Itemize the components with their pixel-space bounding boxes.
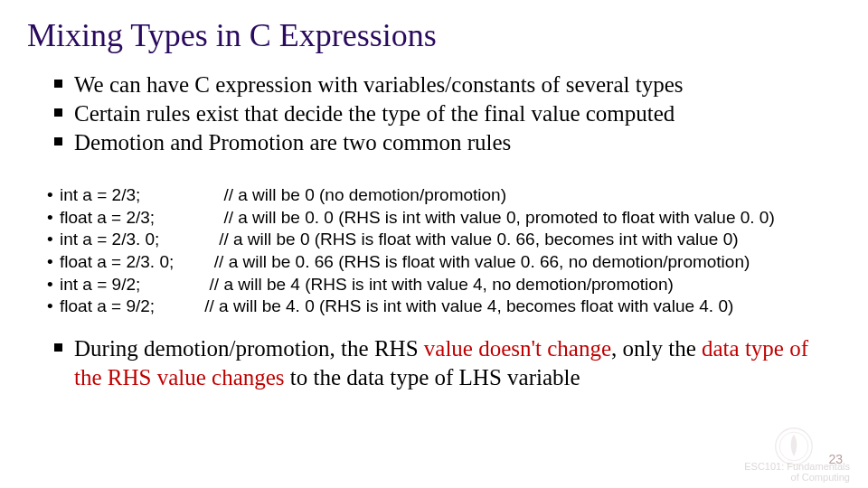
example-item: float a = 9/2; // a will be 4. 0 (RHS is… — [47, 296, 841, 318]
example-comment: // a will be 0. 0 (RHS is int with value… — [204, 208, 774, 227]
note-emphasis: value doesn't change — [424, 336, 611, 361]
example-item: int a = 2/3. 0; // a will be 0 (RHS is f… — [47, 229, 841, 251]
example-item: int a = 9/2; // a will be 4 (RHS is int … — [47, 274, 841, 296]
example-item: float a = 2/3. 0; // a will be 0. 66 (RH… — [47, 251, 841, 274]
example-decl: int a = 2/3; — [60, 184, 200, 207]
intro-item: Certain rules exist that decide the type… — [54, 99, 841, 128]
example-comment: // a will be 0 (RHS is float with value … — [204, 230, 738, 249]
example-item: int a = 2/3; // a will be 0 (no demotion… — [47, 184, 841, 207]
note-list: During demotion/promotion, the RHS value… — [27, 334, 841, 392]
slide: Mixing Types in C Expressions We can hav… — [0, 0, 868, 488]
note-text: to the data type of LHS variable — [290, 365, 580, 389]
note-text: During demotion/promotion, the RHS — [74, 336, 424, 361]
example-decl: int a = 9/2; — [60, 274, 200, 296]
intro-item: We can have C expression with variables/… — [54, 70, 841, 99]
examples-list: int a = 2/3; // a will be 0 (no demotion… — [27, 184, 841, 318]
example-comment: // a will be 0. 66 (RHS is float with va… — [204, 252, 750, 271]
note-item: During demotion/promotion, the RHS value… — [54, 334, 841, 392]
intro-item: Demotion and Promotion are two common ru… — [54, 128, 841, 157]
example-decl: int a = 2/3. 0; — [60, 229, 200, 251]
example-decl: float a = 2/3. 0; — [60, 251, 200, 274]
example-comment: // a will be 4 (RHS is int with value 4,… — [204, 275, 674, 294]
example-comment: // a will be 0 (no demotion/promotion) — [204, 185, 506, 204]
footer-text: ESC101: Fundamentals of Computing — [744, 461, 850, 483]
example-comment: // a will be 4. 0 (RHS is int with value… — [204, 296, 733, 315]
slide-title: Mixing Types in C Expressions — [27, 16, 841, 54]
example-item: float a = 2/3; // a will be 0. 0 (RHS is… — [47, 207, 841, 230]
example-decl: float a = 9/2; — [60, 296, 200, 318]
example-decl: float a = 2/3; — [60, 207, 200, 230]
intro-list: We can have C expression with variables/… — [27, 70, 841, 157]
note-text: , only the — [611, 336, 702, 361]
